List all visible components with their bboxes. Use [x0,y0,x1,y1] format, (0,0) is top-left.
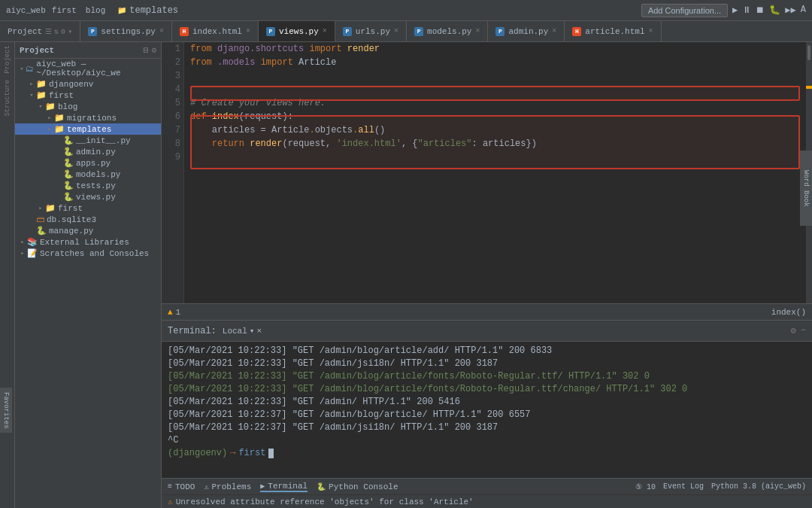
tree-item-scratches[interactable]: ▸ 📝 Scratches and Consoles [15,248,161,259]
close-icon[interactable]: × [552,27,556,35]
stop-icon[interactable]: ⏹ [756,5,765,16]
top-right-icons: ▶ ⏸ ⏹ 🐛 ▶▶ A [732,5,806,16]
tree-item-manage-py[interactable]: 🐍 manage.py [15,225,161,236]
code-line-3 [190,69,800,83]
tree-label: blog [58,102,77,111]
event-log[interactable]: Event Log [663,482,704,491]
tree-label: apps.py [76,159,111,168]
breadcrumb: 📁 templates [117,5,178,16]
tab-python-console[interactable]: 🐍 Python Console [317,482,398,491]
menu-blog[interactable]: blog [86,6,105,15]
collapse-icon[interactable]: ⊟ [144,45,149,55]
menu-first[interactable]: first [52,6,77,15]
sidebar-title: Project [20,46,54,55]
tab-problems[interactable]: ⚠ Problems [204,482,251,491]
tab-models-label: models.py [427,27,471,36]
code-line-7: articles = Article.objects.all() [190,123,800,137]
settings-icon[interactable]: ⚙ [151,45,156,55]
chevron-down-icon[interactable]: ▾ [68,27,72,36]
code-editor[interactable]: from django.shortcuts import render from… [184,42,806,303]
sidebar: Project ⊟ ⚙ ▾ 🗂 aiyc_web — ~/Desktop/aiy… [15,42,162,508]
tree-item-external-libs[interactable]: ▸ 📚 External Libraries [15,236,161,248]
gear-icon[interactable]: ⚙ [61,27,65,36]
close-icon[interactable]: × [475,27,480,35]
structure-side-icon[interactable]: Structure [4,80,11,117]
tree-item-first-sub[interactable]: ▸ 📁 first [15,202,161,214]
tree-item-apps-py[interactable]: 🐍 apps.py [15,157,161,169]
tab-admin-label: admin.py [508,27,548,36]
run-icon[interactable]: ▶ [732,5,738,16]
close-icon[interactable]: × [246,27,250,35]
close-icon[interactable]: × [256,327,262,336]
close-icon[interactable]: × [649,27,653,35]
tree-item-init[interactable]: 🐍 __init__.py [15,135,161,146]
word-book-tab[interactable]: Word Book [800,151,812,226]
local-label: Local [223,327,247,336]
bottom-tab-bar: ≡ TODO ⚠ Problems ▶ Terminal 🐍 Python Co… [162,478,812,494]
tree-label: migrations [67,114,117,123]
debug-icon[interactable]: 🐛 [769,5,780,16]
tree-label: aiyc_web — ~/Desktop/aiyc_we [36,59,161,78]
folder-icon: 📁 [36,90,47,100]
folder-icon: 📁 [117,6,126,15]
favorites-tab[interactable]: Favorites [0,388,12,433]
tab-models-py[interactable]: P models.py × [407,21,488,41]
warning-count: 1 [176,308,181,317]
folder-icon: 📁 [45,203,56,213]
tab-views-py[interactable]: P views.py × [259,21,335,41]
tree-item-templates[interactable]: ▸ 📁 templates [15,123,161,135]
gear-icon[interactable]: ⚙ [791,325,796,336]
tab-index-html[interactable]: H index.html × [172,21,259,41]
py-file-icon: 🐍 [63,169,74,179]
tree-item-tests-py[interactable]: 🐍 tests.py [15,180,161,191]
file-tabs: P settings.py × H index.html × P views.p… [80,21,812,41]
tree-item-migrations[interactable]: ▸ 📁 migrations [15,112,161,123]
close-icon[interactable]: × [394,27,398,35]
tab-article-html[interactable]: H article.html × [565,21,661,41]
bottom-tabs: ≡ TODO ⚠ Problems ▶ Terminal 🐍 Python Co… [168,482,398,492]
terminal-body[interactable]: [05/Mar/2021 10:22:33] "GET /admin/blog/… [162,342,812,478]
left-icon-strip: Project Structure [0,42,15,508]
top-bar: aiyc_web first blog 📁 templates Add Conf… [0,0,812,21]
tree-item-aiyc-web[interactable]: ▾ 🗂 aiyc_web — ~/Desktop/aiyc_we [15,59,161,78]
pause-icon[interactable]: ⏸ [742,5,751,16]
error-text: Unresolved attribute reference 'objects'… [176,497,474,506]
add-configuration-button[interactable]: Add Configuration... [641,4,728,17]
tree-item-first[interactable]: ▾ 📁 first [15,90,161,101]
html-icon: H [572,27,581,36]
translate-icon[interactable]: A [801,5,806,16]
tab-todo[interactable]: ≡ TODO [168,482,195,491]
problems-label: Problems [211,482,251,491]
close-icon[interactable]: × [323,27,327,35]
tree-label: db.sqlite3 [47,215,96,224]
tree-item-db[interactable]: 🗃 db.sqlite3 [15,214,161,225]
tree-item-models-py[interactable]: 🐍 models.py [15,169,161,180]
terminal-label: Terminal: [168,326,217,336]
tabs-row: Project ☰ ⇅ ⚙ ▾ P settings.py × H index.… [0,21,812,42]
app-name: aiyc_web [6,6,46,15]
prompt-dir: first [238,447,265,460]
expand-arrow: ▸ [36,204,45,212]
editor-content[interactable]: 1234 56789 from django.shortcuts import … [162,42,812,303]
folder-icon: 📁 [45,102,56,111]
tree-item-admin-py[interactable]: 🐍 admin.py [15,146,161,157]
minimize-icon[interactable]: − [801,325,806,336]
project-side-icon[interactable]: Project [4,45,11,74]
expand-arrow: ▸ [45,125,54,133]
tab-urls-py[interactable]: P urls.py × [335,21,407,41]
tree-item-blog[interactable]: ▾ 📁 blog [15,101,161,112]
terminal-local-dropdown[interactable]: Local ▾ × [223,326,262,336]
close-icon[interactable]: × [159,27,164,35]
project-panel-tab[interactable]: Project ☰ ⇅ ⚙ ▾ [0,21,80,41]
warning-icon: ▲ [168,308,173,317]
terminal-icons: ⚙ − [791,325,806,336]
tab-admin-py[interactable]: P admin.py × [488,21,565,41]
sort-icon[interactable]: ⇅ [54,27,59,36]
tree-item-views-py[interactable]: 🐍 views.py [15,191,161,202]
list-icon[interactable]: ☰ [45,27,52,36]
tree-item-djangoenv[interactable]: ▸ 📁 djangoenv [15,78,161,90]
tab-terminal[interactable]: ▶ Terminal [260,482,308,492]
py-icon: P [343,27,352,36]
coverage-icon[interactable]: ▶▶ [785,5,795,16]
tab-settings-py[interactable]: P settings.py × [80,21,172,41]
